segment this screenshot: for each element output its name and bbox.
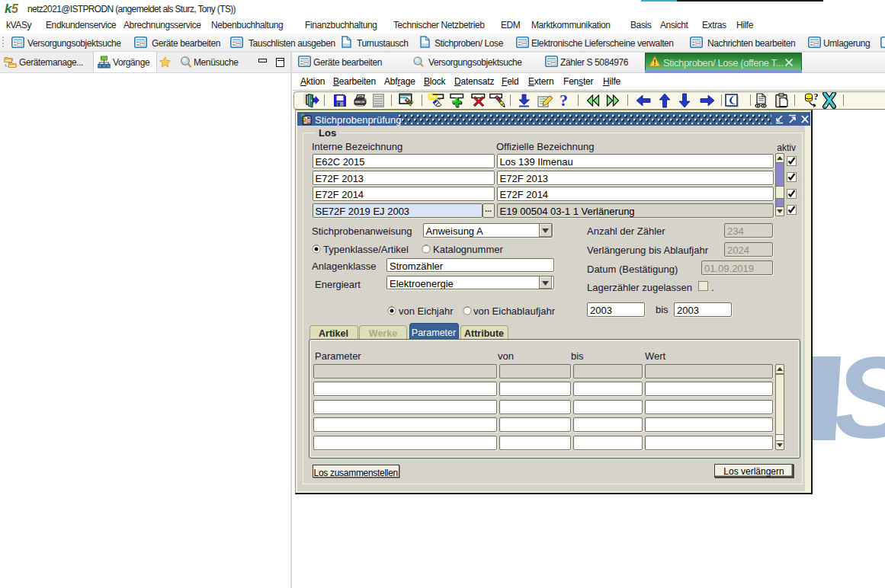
svg-text:?: ?	[814, 92, 819, 102]
